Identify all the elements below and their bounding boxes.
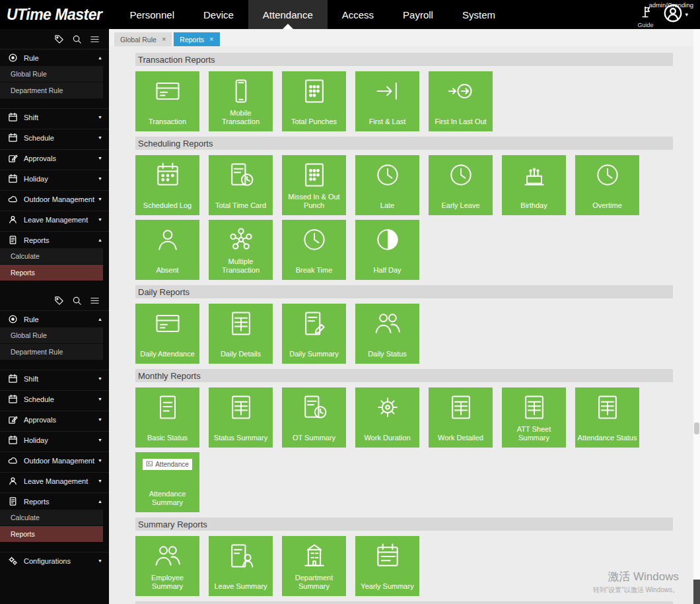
- tag-icon[interactable]: [54, 34, 64, 44]
- list-icon[interactable]: [90, 296, 100, 306]
- report-tile-absent[interactable]: Absent: [135, 220, 199, 280]
- sidebar-group-holiday[interactable]: Holiday▼: [0, 431, 109, 448]
- sidebar-group-outdoor-management[interactable]: Outdoor Management▼: [0, 452, 109, 469]
- nav-device[interactable]: Device: [189, 0, 248, 29]
- sidebar-group-reports[interactable]: Reports▲: [0, 231, 109, 248]
- report-tile-daily-summary[interactable]: Daily Summary: [282, 304, 346, 364]
- sidebar-group-shift[interactable]: Shift▼: [0, 370, 109, 387]
- report-tile-work-duration[interactable]: Work Duration: [355, 387, 419, 448]
- report-tile-leave-summary[interactable]: Leave Summary: [209, 536, 273, 596]
- report-tile-daily-details[interactable]: Daily Details: [209, 304, 273, 364]
- tab-reports[interactable]: Reports×: [174, 32, 219, 46]
- report-tile-scheduled-log[interactable]: Scheduled Log: [135, 155, 199, 215]
- account-label[interactable]: admin/Granding: [648, 1, 693, 9]
- sidebar-group-leave-management[interactable]: Leave Management▼: [0, 472, 109, 489]
- section-header-summary-reports: Summary Reports: [135, 518, 673, 531]
- docgrid-icon: [593, 393, 622, 424]
- scrollbar-thumb-bottom[interactable]: [693, 580, 700, 604]
- tile-label: Employee Summary: [137, 574, 197, 591]
- sidebar-item-calculate[interactable]: Calculate: [0, 510, 103, 526]
- report-tile-yearly-summary[interactable]: Yearly Summary: [355, 536, 419, 596]
- sidebar-group-shift[interactable]: Shift▼: [0, 108, 109, 125]
- sidebar-item-department-rule[interactable]: Department Rule: [0, 344, 103, 360]
- report-tile-late[interactable]: Late: [355, 155, 419, 215]
- report-tile-first-in-last-out[interactable]: First In Last Out: [429, 71, 493, 131]
- close-icon[interactable]: ×: [162, 36, 166, 43]
- chevron-down-icon: ▼: [98, 417, 102, 422]
- sidebar-group: Schedule▼: [0, 129, 109, 146]
- sidebar-group-label: Configurations: [24, 557, 71, 565]
- report-tile-transaction[interactable]: Transaction: [135, 71, 199, 131]
- sidebar-group-rule[interactable]: Rule▲: [0, 49, 109, 66]
- report-tile-overtime[interactable]: Overtime: [575, 155, 639, 215]
- list-icon[interactable]: [90, 34, 100, 44]
- nav-attendance[interactable]: Attendance: [248, 0, 328, 29]
- report-tile-att-sheet-summary[interactable]: ATT Sheet Summary: [502, 387, 566, 448]
- timecard-icon: [227, 160, 256, 192]
- person-icon: [153, 225, 182, 257]
- sidebar-item-reports[interactable]: Reports: [0, 526, 103, 543]
- sidebar-group-configurations[interactable]: Configurations▼: [0, 552, 109, 569]
- report-tile-attendance-status[interactable]: Attendance Status: [575, 387, 639, 448]
- sidebar-toolbar: [0, 29, 109, 49]
- report-tile-multiple-transaction[interactable]: Multiple Transaction: [209, 220, 273, 280]
- report-tile-total-punches[interactable]: Total Punches: [282, 71, 346, 131]
- search-icon[interactable]: [72, 34, 82, 44]
- report-tile-status-summary[interactable]: Status Summary: [209, 387, 273, 448]
- sidebar-item-global-rule[interactable]: Global Rule: [0, 327, 103, 344]
- report-tile-first-last[interactable]: First & Last: [355, 71, 419, 131]
- sidebar-group-outdoor-management[interactable]: Outdoor Management▼: [0, 190, 109, 207]
- report-tile-daily-status[interactable]: Daily Status: [355, 304, 419, 364]
- scrollbar-thumb[interactable]: [694, 422, 699, 434]
- sidebar-group-approvals[interactable]: Approvals▼: [0, 411, 109, 428]
- sidebar-item-calculate[interactable]: Calculate: [0, 248, 103, 265]
- report-tile-department-summary[interactable]: Department Summary: [282, 536, 346, 596]
- nav-payroll[interactable]: Payroll: [388, 0, 448, 29]
- sidebar-group-schedule[interactable]: Schedule▼: [0, 390, 109, 407]
- scrollbar[interactable]: [693, 29, 700, 604]
- report-tile-mobile-transaction[interactable]: Mobile Transaction: [209, 71, 273, 131]
- nav-personnel[interactable]: Personnel: [115, 0, 189, 29]
- nav-system[interactable]: System: [448, 0, 510, 29]
- nav-access[interactable]: Access: [328, 0, 388, 29]
- report-tile-half-day[interactable]: Half Day: [355, 220, 419, 280]
- report-tile-total-time-card[interactable]: Total Time Card: [209, 155, 273, 215]
- tile-label: Daily Details: [211, 350, 271, 358]
- report-tile-attendance-summary[interactable]: AttendanceAttendance Summary: [135, 452, 199, 512]
- sidebar-item-department-rule[interactable]: Department Rule: [0, 83, 103, 99]
- report-tile-early-leave[interactable]: Early Leave: [429, 155, 493, 215]
- report-tile-birthday[interactable]: Birthday: [502, 155, 566, 215]
- tag-icon[interactable]: [54, 296, 64, 306]
- building-icon: [300, 541, 329, 573]
- report-tile-work-detailed[interactable]: Work Detailed: [429, 387, 493, 448]
- tile-label: OT Summary: [284, 434, 344, 442]
- docgrid-icon: [227, 309, 256, 341]
- sidebar-group-rule[interactable]: Rule▲: [0, 310, 109, 327]
- sidebar-group-reports[interactable]: Reports▲: [0, 492, 109, 510]
- report-tile-employee-summary[interactable]: Employee Summary: [135, 536, 199, 596]
- sidebar-group: Shift▼: [0, 108, 109, 125]
- sidebar-group-schedule[interactable]: Schedule▼: [0, 129, 109, 146]
- sidebar-group-holiday[interactable]: Holiday▼: [0, 170, 109, 187]
- search-icon[interactable]: [72, 296, 82, 306]
- close-icon[interactable]: ×: [209, 36, 213, 43]
- sidebar-block: Rule▲Global RuleDepartment RuleShift▼Sch…: [0, 29, 109, 281]
- report-tile-ot-summary[interactable]: OT Summary: [282, 387, 346, 448]
- image-icon: [146, 460, 153, 469]
- report-tile-missed-in-out-punch[interactable]: Missed In & Out Punch: [282, 155, 346, 215]
- report-tile-break-time[interactable]: Break Time: [282, 220, 346, 280]
- tile-label: First & Last: [357, 117, 417, 126]
- tab-global-rule[interactable]: Global Rule×: [114, 32, 172, 46]
- chevron-down-icon: ▾: [685, 11, 688, 18]
- report-tile-basic-status[interactable]: Basic Status: [135, 387, 199, 448]
- tile-label: Total Punches: [284, 117, 344, 126]
- user-icon: [8, 215, 18, 224]
- broken-image-alt: Attendance: [155, 461, 189, 468]
- sidebar-group-approvals[interactable]: Approvals▼: [0, 149, 109, 166]
- sidebar-item-reports[interactable]: Reports: [0, 265, 103, 281]
- sidebar-group-leave-management[interactable]: Leave Management▼: [0, 211, 109, 228]
- sidebar-item-global-rule[interactable]: Global Rule: [0, 66, 103, 83]
- report-tile-daily-attendance[interactable]: Daily Attendance: [135, 304, 199, 364]
- edit-icon: [8, 153, 18, 163]
- calendar-icon: [8, 133, 18, 143]
